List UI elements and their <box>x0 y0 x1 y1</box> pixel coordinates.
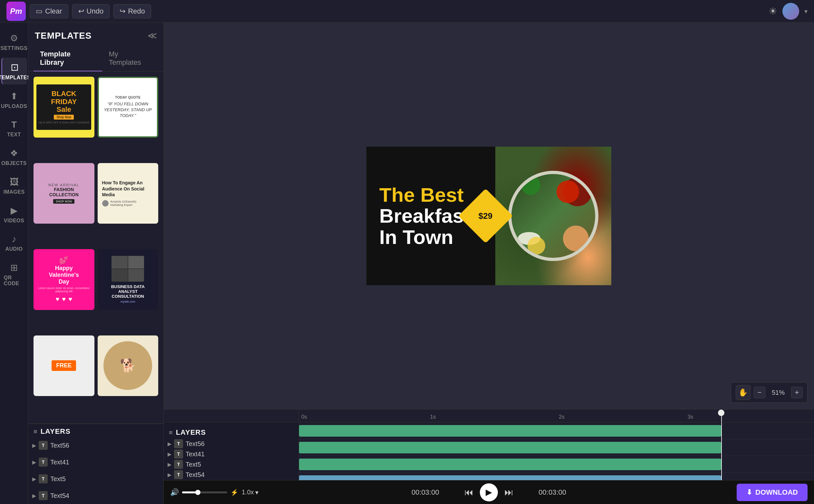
layer-row-text41[interactable]: ▶ T Text41 <box>28 454 163 470</box>
volume-slider[interactable] <box>182 491 227 493</box>
layer-expand-icon[interactable]: ▶ <box>32 459 36 465</box>
layer-expand-text54[interactable]: ▶ <box>168 472 171 478</box>
download-label: DOWNLOAD <box>755 488 798 497</box>
videos-icon: ▶ <box>11 205 18 216</box>
track-bar-1[interactable] <box>299 425 721 437</box>
layer-expand-icon[interactable]: ▶ <box>32 476 36 482</box>
icon-sidebar: ⚙ SETTINGS ⊡ TEMPLATES ⬆ UPLOADS T TEXT … <box>0 23 28 504</box>
templates-section: TEMPLATES ≪ Template Library My Template… <box>28 23 163 423</box>
qrcode-icon: ⊞ <box>10 262 18 273</box>
timeline: 0s 1s 2s 3s ≡ LAYERS <box>164 409 814 480</box>
layer-expand-icon[interactable]: ▶ <box>32 493 36 499</box>
main-toolbar: Pm ▭ Clear ↩ Undo ↪ Redo ☀ ▾ <box>0 0 814 23</box>
layer-name-text41: Text41 <box>50 459 69 466</box>
sidebar-text-label: TEXT <box>7 132 21 138</box>
chevron-down-icon[interactable]: ▾ <box>804 7 808 15</box>
skip-back-button[interactable]: ⏮ <box>464 487 473 498</box>
layer-type-text-icon: T <box>39 458 48 467</box>
logo-text: Pm <box>10 7 22 16</box>
sidebar-item-images[interactable]: 🖼 IMAGES <box>1 173 27 199</box>
timeline-ruler-right[interactable]: 0s 1s 2s 3s <box>299 410 814 422</box>
layer-type-text5: T <box>174 460 183 469</box>
layer-row-text54[interactable]: ▶ T Text54 <box>28 487 163 504</box>
layers-header: ≡ LAYERS <box>28 424 163 437</box>
timeline-layer-name-text5: Text5 <box>186 461 201 468</box>
speed-button[interactable]: 1.0x ▾ <box>242 489 258 496</box>
main-layout: ⚙ SETTINGS ⊡ TEMPLATES ⬆ UPLOADS T TEXT … <box>0 23 814 504</box>
uploads-icon: ⬆ <box>10 91 18 102</box>
food-decoration <box>508 171 598 261</box>
track-bar-2[interactable] <box>299 442 721 453</box>
track-bar-3[interactable] <box>299 459 721 470</box>
current-time-display: 00:03:00 <box>412 488 457 497</box>
template-card-quote[interactable]: TODAY QUOTE "IF YOU FELL DOWN YESTERDAY,… <box>98 77 159 138</box>
sidebar-item-uploads[interactable]: ⬆ UPLOADS <box>1 87 27 113</box>
volume-thumb <box>195 490 200 495</box>
playhead-marker[interactable] <box>718 410 724 416</box>
sidebar-item-templates[interactable]: ⊡ TEMPLATES <box>1 58 27 84</box>
sidebar-item-settings[interactable]: ⚙ SETTINGS <box>1 29 27 55</box>
playback-center: 00:03:00 ⏮ ▶ ⏭ 00:03:00 <box>412 483 566 501</box>
template-card-fashion[interactable]: NEW ARRIVAL FASHIONCOLLECTION SHOP NOW <box>34 163 94 224</box>
collapse-panel-button[interactable]: ≪ <box>148 30 157 41</box>
download-button[interactable]: ⬇ DOWNLOAD <box>737 484 808 501</box>
timeline-layer-row-text54[interactable]: ▶ T Text54 <box>164 470 299 479</box>
ruler-tick-2s: 2s <box>559 414 565 420</box>
speed-label: 1.0x <box>242 489 254 496</box>
layer-expand-text41[interactable]: ▶ <box>168 451 171 457</box>
template-card-valentine[interactable]: 💕 HappyValentine'sDay Lorem ipsum dolor … <box>34 249 94 310</box>
play-button[interactable]: ▶ <box>480 483 498 501</box>
layer-expand-icon[interactable]: ▶ <box>32 442 36 449</box>
total-time-display: 00:03:00 <box>521 488 566 497</box>
zoom-out-button[interactable]: − <box>754 387 765 398</box>
download-icon: ⬇ <box>746 488 752 497</box>
lightning-icon: ⚡ <box>230 489 238 496</box>
toolbar-right: ☀ ▾ <box>769 3 808 20</box>
tab-template-library[interactable]: Template Library <box>34 46 102 72</box>
sidebar-item-qrcode[interactable]: ⊞ QR CODE <box>1 258 27 290</box>
undo-button[interactable]: ↩ Undo <box>72 4 110 18</box>
clear-button[interactable]: ▭ Clear <box>30 4 68 18</box>
volume-area: 🔊 ⚡ 1.0x ▾ <box>170 488 405 497</box>
layer-expand-text5[interactable]: ▶ <box>168 461 171 468</box>
hand-tool-button[interactable]: ✋ <box>736 385 751 400</box>
sidebar-item-objects[interactable]: ❖ OBJECTS <box>1 144 27 170</box>
sidebar-qrcode-label: QR CODE <box>4 275 24 286</box>
timeline-layer-row-text5[interactable]: ▶ T Text5 <box>164 460 299 469</box>
layer-name-text54: Text54 <box>50 492 69 499</box>
ruler-tick-1s: 1s <box>430 414 436 420</box>
user-avatar[interactable] <box>782 3 799 20</box>
layer-row-text56[interactable]: ▶ T Text56 <box>28 437 163 454</box>
track-bar-4[interactable] <box>299 475 721 480</box>
sidebar-item-audio[interactable]: ♪ AUDIO <box>1 230 27 256</box>
clear-icon: ▭ <box>36 7 43 15</box>
undo-icon: ↩ <box>78 7 84 15</box>
settings-icon: ⚙ <box>10 33 18 44</box>
sidebar-item-videos[interactable]: ▶ VIDEOS <box>1 201 27 228</box>
theme-toggle-icon[interactable]: ☀ <box>769 5 777 17</box>
timeline-layer-row-text56[interactable]: ▶ T Text56 <box>164 439 299 448</box>
template-card-social[interactable]: How To Engage An Audience On Social Medi… <box>98 163 159 224</box>
skip-forward-button[interactable]: ⏭ <box>504 487 513 498</box>
layer-row-text5[interactable]: ▶ T Text5 <box>28 470 163 487</box>
playback-right: ⬇ DOWNLOAD <box>573 484 808 501</box>
zoom-in-button[interactable]: + <box>791 387 803 398</box>
layer-expand-text56[interactable]: ▶ <box>168 441 171 447</box>
track-row-2 <box>299 439 814 456</box>
tab-my-templates[interactable]: My Templates <box>102 46 158 72</box>
speed-chevron-icon: ▾ <box>255 489 258 496</box>
template-card-free[interactable]: FREE <box>34 335 94 396</box>
layer-type-text-icon: T <box>39 491 48 500</box>
template-card-black-friday[interactable]: BLACKFRIDAYSale Shop Now Up to 60% OFF &… <box>34 77 94 138</box>
sidebar-videos-label: VIDEOS <box>4 218 24 224</box>
timeline-layer-row-text41[interactable]: ▶ T Text41 <box>164 450 299 459</box>
template-card-dog[interactable]: 🐕 <box>98 335 159 396</box>
text-icon: T <box>11 120 17 130</box>
timeline-tracks[interactable] <box>299 422 814 480</box>
sidebar-objects-label: OBJECTS <box>1 160 27 166</box>
template-card-business[interactable]: BUSINESS DATAANALYSTCONSULTATION mysite.… <box>98 249 159 310</box>
price-badge: $29 <box>458 189 513 243</box>
redo-button[interactable]: ↪ Redo <box>113 4 151 18</box>
canvas-viewport[interactable]: The Best Breakfast In Town $29 <box>164 23 814 409</box>
sidebar-item-text[interactable]: T TEXT <box>1 116 27 141</box>
